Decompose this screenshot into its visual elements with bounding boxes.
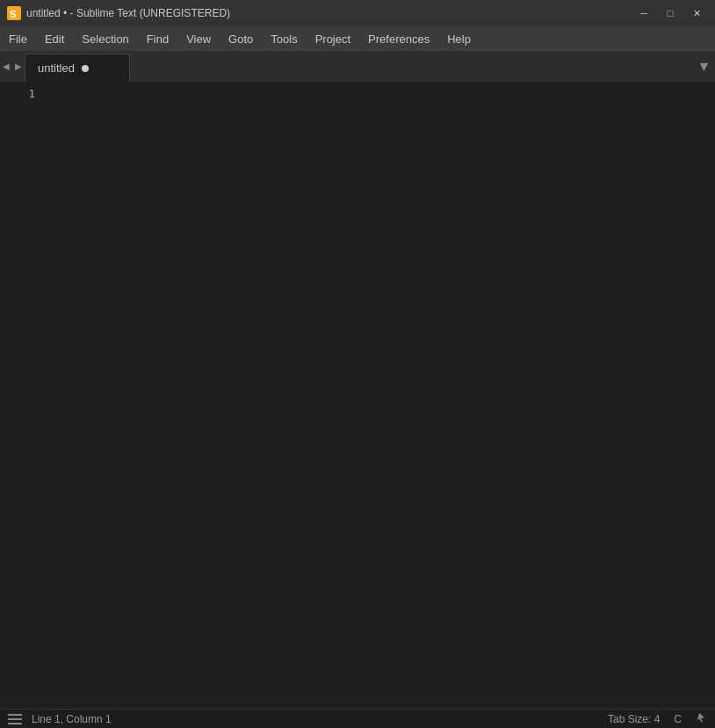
title-left: S untitled • - Sublime Text (UNREGISTERE… <box>7 6 230 20</box>
close-button[interactable]: ✕ <box>685 4 708 22</box>
status-icon-button[interactable] <box>7 711 23 727</box>
svg-rect-4 <box>8 723 22 724</box>
tab-bar: ◀ ▶ untitled ▼ <box>0 51 715 82</box>
status-encoding[interactable]: C <box>674 713 682 725</box>
window-controls: ─ □ ✕ <box>632 4 708 22</box>
menu-item-selection[interactable]: Selection <box>73 26 137 51</box>
tab-dropdown-button[interactable]: ▼ <box>693 51 715 82</box>
line-number-1: 1 <box>28 85 35 103</box>
status-cursor-icon <box>696 711 708 726</box>
editor-content[interactable] <box>44 82 715 709</box>
menu-item-file[interactable]: File <box>0 26 36 51</box>
status-tab-size[interactable]: Tab Size: 4 <box>608 713 660 725</box>
status-bar: Line 1, Column 1 Tab Size: 4 C <box>0 709 715 728</box>
svg-rect-2 <box>8 714 22 716</box>
menu-item-help[interactable]: Help <box>438 26 480 51</box>
status-right: Tab Size: 4 C <box>608 711 708 726</box>
menu-item-preferences[interactable]: Preferences <box>359 26 438 51</box>
tab-modified-indicator <box>82 65 89 72</box>
svg-rect-3 <box>8 718 22 720</box>
tab-nav-right-button[interactable]: ▶ <box>12 51 25 82</box>
tab-nav-left-button[interactable]: ◀ <box>0 51 12 82</box>
editor-area: 1 <box>0 82 715 709</box>
menu-item-goto[interactable]: Goto <box>220 26 262 51</box>
maximize-button[interactable]: □ <box>659 4 682 22</box>
menu-item-edit[interactable]: Edit <box>36 26 73 51</box>
menu-item-find[interactable]: Find <box>138 26 177 51</box>
minimize-button[interactable]: ─ <box>632 4 655 22</box>
menu-item-project[interactable]: Project <box>307 26 359 51</box>
tab-label: untitled <box>38 61 75 75</box>
menu-item-view[interactable]: View <box>177 26 220 51</box>
active-tab[interactable]: untitled <box>25 54 130 82</box>
status-left: Line 1, Column 1 <box>7 711 112 727</box>
menu-item-tools[interactable]: Tools <box>262 26 306 51</box>
line-numbers: 1 <box>0 82 44 709</box>
app-icon: S <box>7 6 21 20</box>
title-bar: S untitled • - Sublime Text (UNREGISTERE… <box>0 0 715 26</box>
title-text: untitled • - Sublime Text (UNREGISTERED) <box>26 7 230 19</box>
status-line-column[interactable]: Line 1, Column 1 <box>32 713 112 725</box>
svg-text:S: S <box>10 9 16 19</box>
menu-bar: FileEditSelectionFindViewGotoToolsProjec… <box>0 26 715 51</box>
